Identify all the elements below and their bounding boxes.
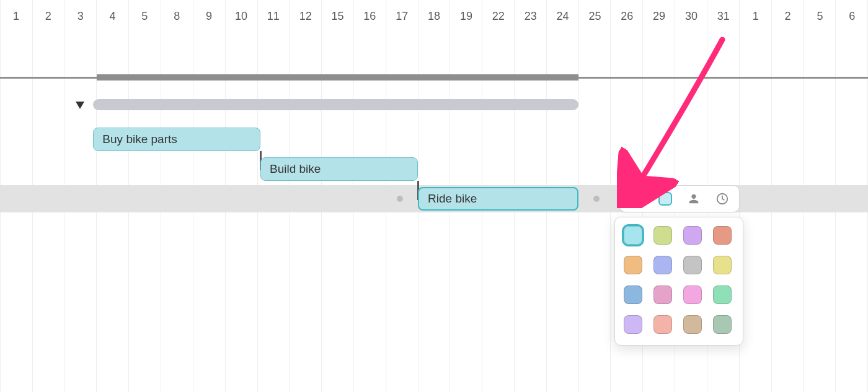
color-swatch[interactable] [683, 256, 702, 274]
task-bar[interactable] [418, 187, 578, 211]
color-swatch[interactable] [624, 315, 642, 334]
schedule-button[interactable] [708, 188, 737, 210]
color-picker-popover [614, 217, 743, 346]
color-swatch[interactable] [624, 256, 642, 274]
task-toolbar [619, 185, 740, 212]
group-summary-bar[interactable] [93, 99, 578, 110]
color-swatch[interactable] [653, 226, 672, 245]
task-label: Build bike [270, 162, 321, 176]
task-drag-handle[interactable] [397, 196, 403, 202]
assign-button[interactable] [680, 188, 708, 210]
timeline-summary-bar[interactable] [97, 74, 579, 81]
color-swatch[interactable] [624, 226, 642, 245]
color-swatch-icon [658, 192, 672, 206]
color-swatch[interactable] [653, 256, 672, 274]
svg-marker-0 [76, 102, 84, 109]
color-swatch[interactable] [683, 226, 702, 245]
color-swatch[interactable] [683, 285, 702, 304]
color-button[interactable] [651, 188, 680, 210]
color-swatch[interactable] [624, 285, 642, 304]
task-label-input[interactable] [428, 192, 569, 206]
color-swatch[interactable] [713, 315, 732, 334]
task-label: Buy bike parts [102, 133, 177, 146]
color-swatch[interactable] [653, 285, 672, 304]
gantt-chart: 1234589101112151617181922232425262930311… [0, 0, 868, 392]
task-bar[interactable]: Buy bike parts [93, 128, 260, 151]
task-bar[interactable]: Build bike [260, 157, 418, 181]
color-swatch[interactable] [713, 226, 732, 245]
collapse-toggle[interactable] [76, 102, 84, 109]
color-swatch[interactable] [713, 256, 732, 274]
color-swatch[interactable] [653, 315, 672, 334]
color-swatch[interactable] [713, 285, 732, 304]
edit-button[interactable] [622, 188, 651, 210]
color-swatch[interactable] [683, 315, 702, 334]
